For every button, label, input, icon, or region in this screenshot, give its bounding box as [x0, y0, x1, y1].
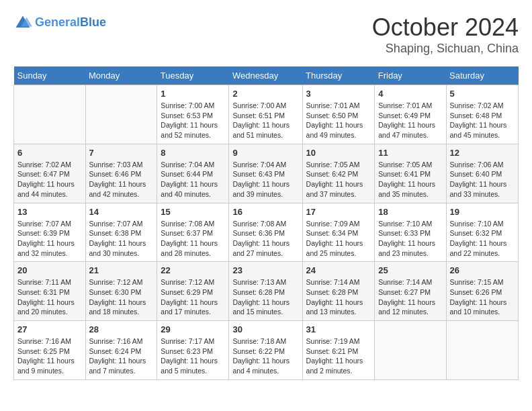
header-wednesday: Wednesday: [229, 66, 302, 85]
day-info: Sunrise: 7:03 AMSunset: 6:46 PMDaylight:…: [89, 160, 154, 199]
day-cell-2-4: 17Sunrise: 7:09 AMSunset: 6:34 PMDayligh…: [302, 203, 375, 262]
day-info: Sunrise: 7:18 AMSunset: 6:22 PMDaylight:…: [232, 336, 298, 376]
day-number: 19: [450, 207, 515, 217]
day-cell-1-5: 11Sunrise: 7:05 AMSunset: 6:41 PMDayligh…: [375, 144, 446, 203]
day-number: 21: [89, 265, 154, 275]
day-info: Sunrise: 7:07 AMSunset: 6:38 PMDaylight:…: [89, 219, 154, 259]
day-info: Sunrise: 7:00 AMSunset: 6:53 PMDaylight:…: [161, 101, 225, 140]
day-info: Sunrise: 7:10 AMSunset: 6:32 PMDaylight:…: [450, 219, 515, 259]
day-number: 12: [450, 148, 515, 158]
day-number: 26: [450, 265, 515, 275]
day-info: Sunrise: 7:04 AMSunset: 6:44 PMDaylight:…: [161, 160, 225, 199]
day-number: 27: [17, 324, 82, 334]
day-info: Sunrise: 7:02 AMSunset: 6:48 PMDaylight:…: [450, 101, 515, 140]
logo: GeneralBlue: [13, 13, 106, 32]
day-cell-4-2: 29Sunrise: 7:17 AMSunset: 6:23 PMDayligh…: [157, 321, 229, 380]
day-info: Sunrise: 7:13 AMSunset: 6:28 PMDaylight:…: [232, 277, 298, 317]
week-row-3: 13Sunrise: 7:07 AMSunset: 6:39 PMDayligh…: [14, 203, 519, 262]
day-info: Sunrise: 7:17 AMSunset: 6:23 PMDaylight:…: [161, 336, 225, 376]
day-cell-3-2: 22Sunrise: 7:12 AMSunset: 6:29 PMDayligh…: [157, 262, 229, 321]
day-info: Sunrise: 7:16 AMSunset: 6:25 PMDaylight:…: [17, 336, 82, 376]
day-number: 18: [378, 207, 442, 217]
day-number: 1: [161, 89, 225, 99]
day-cell-0-4: 3Sunrise: 7:01 AMSunset: 6:50 PMDaylight…: [302, 85, 375, 144]
day-number: 29: [161, 324, 225, 334]
day-cell-3-0: 20Sunrise: 7:11 AMSunset: 6:31 PMDayligh…: [14, 262, 86, 321]
calendar-subtitle: Shaping, Sichuan, China: [372, 42, 519, 56]
day-cell-3-5: 25Sunrise: 7:14 AMSunset: 6:27 PMDayligh…: [375, 262, 446, 321]
day-number: 15: [161, 207, 225, 217]
logo-icon: [13, 13, 32, 32]
day-cell-4-0: 27Sunrise: 7:16 AMSunset: 6:25 PMDayligh…: [14, 321, 86, 380]
day-number: 5: [450, 89, 515, 99]
header-tuesday: Tuesday: [157, 66, 229, 85]
day-cell-2-0: 13Sunrise: 7:07 AMSunset: 6:39 PMDayligh…: [14, 203, 86, 262]
day-number: 2: [232, 89, 298, 99]
week-row-5: 27Sunrise: 7:16 AMSunset: 6:25 PMDayligh…: [14, 321, 519, 380]
day-number: 3: [306, 89, 371, 99]
week-row-1: 1Sunrise: 7:00 AMSunset: 6:53 PMDaylight…: [14, 85, 519, 144]
day-number: 11: [378, 148, 442, 158]
day-info: Sunrise: 7:12 AMSunset: 6:30 PMDaylight:…: [89, 277, 154, 317]
day-cell-3-3: 23Sunrise: 7:13 AMSunset: 6:28 PMDayligh…: [229, 262, 302, 321]
day-cell-4-5: [375, 321, 446, 380]
day-cell-3-1: 21Sunrise: 7:12 AMSunset: 6:30 PMDayligh…: [85, 262, 157, 321]
logo-general: General: [35, 15, 80, 29]
day-cell-1-2: 8Sunrise: 7:04 AMSunset: 6:44 PMDaylight…: [157, 144, 229, 203]
day-info: Sunrise: 7:04 AMSunset: 6:43 PMDaylight:…: [232, 160, 298, 199]
day-info: Sunrise: 7:05 AMSunset: 6:41 PMDaylight:…: [378, 160, 442, 199]
day-cell-2-3: 16Sunrise: 7:08 AMSunset: 6:36 PMDayligh…: [229, 203, 302, 262]
day-number: 14: [89, 207, 154, 217]
days-header-row: Sunday Monday Tuesday Wednesday Thursday…: [14, 66, 519, 85]
calendar-table: Sunday Monday Tuesday Wednesday Thursday…: [13, 66, 519, 380]
logo-blue: Blue: [80, 15, 106, 29]
day-info: Sunrise: 7:08 AMSunset: 6:37 PMDaylight:…: [161, 219, 225, 259]
day-cell-2-1: 14Sunrise: 7:07 AMSunset: 6:38 PMDayligh…: [85, 203, 157, 262]
day-cell-0-0: [14, 85, 86, 144]
day-cell-1-1: 7Sunrise: 7:03 AMSunset: 6:46 PMDaylight…: [85, 144, 157, 203]
day-info: Sunrise: 7:09 AMSunset: 6:34 PMDaylight:…: [306, 219, 371, 259]
day-cell-2-5: 18Sunrise: 7:10 AMSunset: 6:33 PMDayligh…: [375, 203, 446, 262]
day-cell-4-3: 30Sunrise: 7:18 AMSunset: 6:22 PMDayligh…: [229, 321, 302, 380]
day-info: Sunrise: 7:00 AMSunset: 6:51 PMDaylight:…: [232, 101, 298, 140]
day-cell-2-2: 15Sunrise: 7:08 AMSunset: 6:37 PMDayligh…: [157, 203, 229, 262]
day-info: Sunrise: 7:10 AMSunset: 6:33 PMDaylight:…: [378, 219, 442, 259]
day-info: Sunrise: 7:01 AMSunset: 6:49 PMDaylight:…: [378, 101, 442, 140]
day-number: 13: [17, 207, 82, 217]
title-block: October 2024 Shaping, Sichuan, China: [372, 13, 519, 56]
day-cell-4-4: 31Sunrise: 7:19 AMSunset: 6:21 PMDayligh…: [302, 321, 375, 380]
day-cell-1-4: 10Sunrise: 7:05 AMSunset: 6:42 PMDayligh…: [302, 144, 375, 203]
page-header: GeneralBlue October 2024 Shaping, Sichua…: [13, 13, 519, 56]
day-number: 16: [232, 207, 298, 217]
day-number: 20: [17, 265, 82, 275]
day-cell-0-5: 4Sunrise: 7:01 AMSunset: 6:49 PMDaylight…: [375, 85, 446, 144]
day-cell-3-4: 24Sunrise: 7:14 AMSunset: 6:28 PMDayligh…: [302, 262, 375, 321]
day-cell-1-6: 12Sunrise: 7:06 AMSunset: 6:40 PMDayligh…: [446, 144, 518, 203]
day-info: Sunrise: 7:02 AMSunset: 6:47 PMDaylight:…: [17, 160, 82, 199]
day-number: 4: [378, 89, 442, 99]
calendar-title: October 2024: [372, 13, 519, 42]
day-cell-0-1: [85, 85, 157, 144]
day-cell-0-2: 1Sunrise: 7:00 AMSunset: 6:53 PMDaylight…: [157, 85, 229, 144]
day-info: Sunrise: 7:01 AMSunset: 6:50 PMDaylight:…: [306, 101, 371, 140]
day-info: Sunrise: 7:14 AMSunset: 6:27 PMDaylight:…: [378, 277, 442, 317]
day-cell-0-6: 5Sunrise: 7:02 AMSunset: 6:48 PMDaylight…: [446, 85, 518, 144]
day-info: Sunrise: 7:07 AMSunset: 6:39 PMDaylight:…: [17, 219, 82, 259]
day-info: Sunrise: 7:12 AMSunset: 6:29 PMDaylight:…: [161, 277, 225, 317]
logo-text: GeneralBlue: [35, 16, 106, 30]
day-cell-4-1: 28Sunrise: 7:16 AMSunset: 6:24 PMDayligh…: [85, 321, 157, 380]
day-cell-3-6: 26Sunrise: 7:15 AMSunset: 6:26 PMDayligh…: [446, 262, 518, 321]
header-monday: Monday: [85, 66, 157, 85]
day-info: Sunrise: 7:16 AMSunset: 6:24 PMDaylight:…: [89, 336, 154, 376]
day-number: 22: [161, 265, 225, 275]
day-info: Sunrise: 7:11 AMSunset: 6:31 PMDaylight:…: [17, 277, 82, 317]
header-sunday: Sunday: [14, 66, 86, 85]
header-friday: Friday: [375, 66, 446, 85]
day-number: 8: [161, 148, 225, 158]
week-row-2: 6Sunrise: 7:02 AMSunset: 6:47 PMDaylight…: [14, 144, 519, 203]
day-cell-1-3: 9Sunrise: 7:04 AMSunset: 6:43 PMDaylight…: [229, 144, 302, 203]
day-number: 24: [306, 265, 371, 275]
day-number: 10: [306, 148, 371, 158]
day-cell-1-0: 6Sunrise: 7:02 AMSunset: 6:47 PMDaylight…: [14, 144, 86, 203]
day-info: Sunrise: 7:05 AMSunset: 6:42 PMDaylight:…: [306, 160, 371, 199]
